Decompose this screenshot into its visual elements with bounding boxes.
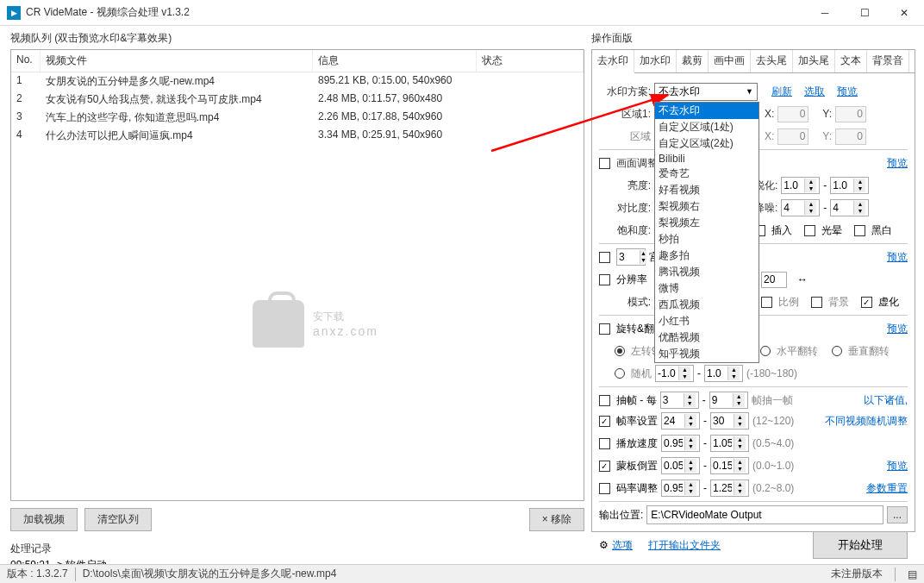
tab-1[interactable]: 加水印: [634, 50, 677, 72]
dd-option[interactable]: 微博: [655, 280, 759, 297]
video-list: No. 视频文件 信息 状态 1女朋友说的五分钟是多久呢-new.mp4895.…: [10, 49, 584, 501]
dd-option[interactable]: Bilibili: [655, 152, 759, 166]
minimize-button[interactable]: ─: [805, 0, 845, 26]
zone2-x: [777, 129, 808, 145]
reset-params[interactable]: 参数重置: [866, 481, 908, 496]
start-button[interactable]: 开始处理: [813, 531, 908, 559]
panel-label: 操作面版: [591, 29, 915, 47]
rotate-check[interactable]: [599, 323, 610, 335]
clear-queue-button[interactable]: 清空队列: [84, 508, 152, 531]
status-path: D:\tools\桌面\视频\女朋友说的五分钟是多久呢-new.mp4: [83, 567, 337, 581]
col-info[interactable]: 信息: [313, 50, 477, 72]
select-link[interactable]: 选取: [804, 85, 825, 99]
dd-option[interactable]: 趣多拍: [655, 248, 759, 264]
tab-0[interactable]: 去水印: [592, 50, 634, 73]
version-text: 版本 : 1.3.2.7: [7, 567, 68, 581]
zone2-y: [835, 129, 866, 145]
gear-icon: ⚙: [599, 539, 609, 551]
adjust-preview[interactable]: 预览: [887, 156, 908, 171]
dd-option[interactable]: 小红书: [655, 313, 759, 329]
scheme-dropdown-list[interactable]: 不去水印自定义区域(1处)自定义区域(2处)Bilibili爱奇艺好看视频梨视频…: [654, 102, 759, 363]
options-link[interactable]: 选项: [612, 538, 633, 553]
window-title: CR VideMate - 视频综合处理 v1.3.2: [26, 5, 805, 20]
col-status[interactable]: 状态: [477, 50, 584, 72]
tab-bar: 去水印加水印裁剪画中画去头尾加头尾文本背景音: [592, 50, 915, 73]
dd-option[interactable]: 梨视频左: [655, 215, 759, 231]
tab-4[interactable]: 去头尾: [751, 50, 793, 72]
scheme-dropdown[interactable]: 不去水印▼ 不去水印自定义区域(1处)自定义区域(2处)Bilibili爱奇艺好…: [654, 83, 758, 101]
dd-option[interactable]: 西瓜视频: [655, 297, 759, 313]
unregistered-text: 未注册版本: [831, 567, 883, 581]
close-button[interactable]: ✕: [884, 0, 924, 26]
tab-5[interactable]: 加头尾: [793, 50, 835, 72]
output-path[interactable]: [646, 505, 883, 524]
dd-option[interactable]: 不去水印: [655, 103, 759, 119]
zone1-x[interactable]: [777, 106, 808, 122]
statusbar: 版本 : 1.3.2.7 D:\tools\桌面\视频\女朋友说的五分钟是多久呢…: [0, 564, 924, 583]
dd-option[interactable]: 腾讯视频: [655, 264, 759, 280]
dd-option[interactable]: 优酷视频: [655, 329, 759, 346]
app-icon: ▶: [7, 6, 21, 20]
menu-icon[interactable]: ▤: [908, 568, 917, 580]
dd-option[interactable]: 好看视频: [655, 182, 759, 198]
col-file[interactable]: 视频文件: [41, 50, 313, 72]
col-no[interactable]: No.: [11, 50, 41, 72]
zone1-label: 区域1:: [599, 107, 651, 122]
table-row[interactable]: 4什么办法可以把人瞬间逼疯.mp43.34 MB, 0:25.91, 540x9…: [11, 127, 584, 145]
dd-option[interactable]: 自定义区域(1处): [655, 119, 759, 135]
watermark-logo: 安下载anxz.com: [253, 300, 378, 348]
open-output-link[interactable]: 打开输出文件夹: [648, 538, 721, 553]
dd-option[interactable]: 秒拍: [655, 231, 759, 248]
titlebar: ▶ CR VideMate - 视频综合处理 v1.3.2 ─ ☐ ✕: [0, 0, 924, 26]
tab-7[interactable]: 背景音: [867, 50, 909, 72]
grid-check[interactable]: [599, 252, 610, 263]
dd-option[interactable]: 知乎视频: [655, 346, 759, 362]
tab-6[interactable]: 文本: [835, 50, 867, 72]
refresh-link[interactable]: 刷新: [771, 85, 792, 99]
table-row[interactable]: 2女友说有50人给我点赞, 就送我个马可皮肤.mp42.48 MB, 0:11.…: [11, 91, 584, 109]
preview-link[interactable]: 预览: [837, 85, 858, 99]
table-row[interactable]: 1女朋友说的五分钟是多久呢-new.mp4895.21 KB, 0:15.00,…: [11, 72, 584, 91]
res-check[interactable]: [599, 274, 610, 285]
tab-2[interactable]: 裁剪: [677, 50, 709, 72]
table-row[interactable]: 3汽车上的这些字母, 你知道意思吗.mp42.26 MB, 0:17.88, 5…: [11, 109, 584, 127]
maximize-button[interactable]: ☐: [845, 0, 884, 26]
zone2-label: 区域: [599, 129, 651, 144]
zone1-y[interactable]: [835, 106, 866, 122]
dd-option[interactable]: 梨视频右: [655, 198, 759, 215]
add-video-button[interactable]: 加载视频: [10, 508, 78, 531]
browse-button[interactable]: ...: [887, 506, 908, 523]
adjust-check[interactable]: [599, 158, 610, 169]
dd-option[interactable]: 爱奇艺: [655, 166, 759, 182]
tab-3[interactable]: 画中画: [709, 50, 751, 72]
dd-option[interactable]: 自定义区域(2处): [655, 135, 759, 152]
remove-button[interactable]: × 移除: [529, 508, 584, 531]
scheme-label: 水印方案:: [599, 85, 651, 99]
queue-label: 视频队列 (双击预览水印&字幕效果): [10, 29, 584, 47]
